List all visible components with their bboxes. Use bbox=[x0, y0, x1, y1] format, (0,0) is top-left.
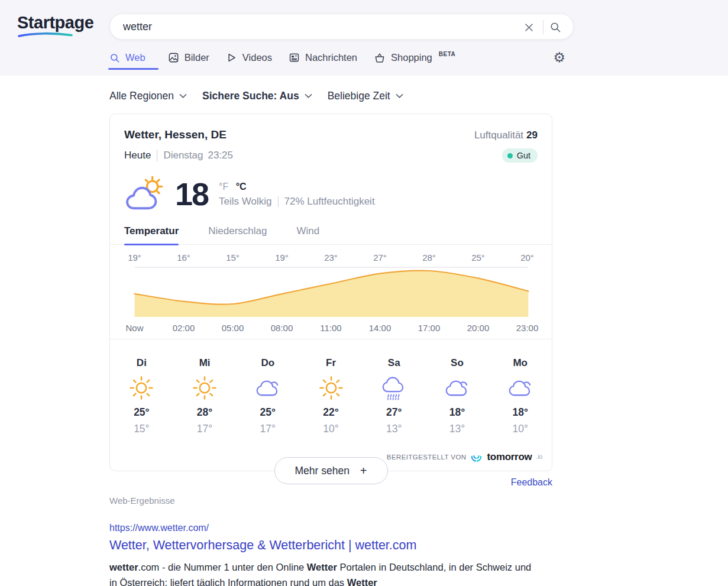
search-result: https://www.wetter.com/ Wetter, Wettervo… bbox=[109, 523, 552, 586]
day-high-temp: 27° bbox=[386, 406, 402, 419]
shopping-beta-badge: BETA bbox=[439, 51, 455, 57]
basket-icon bbox=[374, 52, 386, 64]
header: Startpage Web bbox=[0, 0, 728, 76]
result-title-link[interactable]: Wetter, Wettervorhersage & Wetterbericht… bbox=[109, 538, 552, 553]
unit-celsius-toggle[interactable]: °C bbox=[236, 182, 247, 192]
chart-temp-label: 16° bbox=[159, 252, 208, 263]
air-quality: Luftqualität29 bbox=[474, 129, 538, 141]
tab-temperatur[interactable]: Temperatur bbox=[124, 225, 179, 237]
search-divider bbox=[543, 20, 543, 34]
tab-web[interactable]: Web bbox=[109, 52, 145, 63]
hourly-temp-chart: 19° 16° 15° 19° 23° 27° 28° 25° 20° Now … bbox=[110, 245, 552, 339]
result-description-part: Wetter bbox=[347, 577, 377, 586]
sun-icon bbox=[192, 375, 218, 401]
logo-swoosh-icon bbox=[17, 32, 76, 38]
air-quality-label: Luftqualität bbox=[474, 129, 523, 141]
more-button[interactable]: Mehr sehen + bbox=[274, 457, 387, 484]
startpage-logo[interactable]: Startpage bbox=[17, 13, 93, 38]
tab-shopping[interactable]: Shopping BETA bbox=[374, 52, 455, 64]
chevron-down-icon bbox=[179, 93, 187, 99]
today-label: Heute bbox=[124, 150, 157, 161]
result-description-part: wetter bbox=[109, 562, 138, 572]
chart-temp-label: 15° bbox=[208, 252, 257, 263]
weather-widget: Wetter, Hessen, DE Luftqualität29 Heute … bbox=[109, 114, 552, 471]
tab-bilder[interactable]: Bilder bbox=[168, 52, 209, 63]
current-temperature: 18 bbox=[175, 176, 208, 212]
result-url-link[interactable]: https://www.wetter.com/ bbox=[109, 523, 209, 533]
day-low-temp: 17° bbox=[197, 423, 212, 435]
search-submit-button[interactable] bbox=[545, 14, 566, 40]
tab-videos[interactable]: Videos bbox=[226, 52, 272, 63]
day-name: Fr bbox=[326, 357, 336, 369]
chevron-down-icon bbox=[396, 93, 403, 99]
weather-view-tabs: Temperatur Niederschlag Wind bbox=[110, 212, 552, 245]
settings-gear-icon[interactable]: ⚙ bbox=[553, 51, 565, 64]
clear-search-button[interactable] bbox=[519, 14, 539, 40]
more-button-label: Mehr sehen bbox=[295, 465, 349, 477]
result-description-part: Wetter bbox=[307, 562, 337, 572]
day-name: Di bbox=[137, 357, 147, 369]
chart-time-label: 14:00 bbox=[355, 323, 405, 333]
chart-time-label: 08:00 bbox=[257, 323, 306, 333]
search-bar bbox=[109, 14, 574, 40]
tab-bilder-label: Bilder bbox=[185, 52, 209, 63]
provider-name-label[interactable]: tomorrow bbox=[487, 451, 532, 463]
feedback-link[interactable]: Feedback bbox=[511, 477, 552, 487]
rain-icon bbox=[381, 375, 406, 401]
cloud-icon bbox=[445, 377, 470, 399]
forecast-day: Mo 18° 10° bbox=[488, 357, 552, 435]
cloud-icon bbox=[508, 377, 533, 399]
forecast-day: So 18° 13° bbox=[426, 357, 489, 435]
startpage-logo-text: Startpage bbox=[17, 13, 93, 33]
day-high-temp: 25° bbox=[134, 406, 149, 419]
chart-time-labels: Now 02:00 05:00 08:00 11:00 14:00 17:00 … bbox=[110, 323, 552, 333]
chart-temp-label: 23° bbox=[306, 252, 355, 263]
chart-time-label: Now bbox=[110, 323, 159, 333]
chart-time-label: 11:00 bbox=[306, 323, 355, 333]
day-high-temp: 22° bbox=[323, 406, 338, 419]
provider-prefix-label: BEREITGESTELLT VON bbox=[387, 454, 467, 461]
news-icon bbox=[289, 52, 300, 63]
unit-fahrenheit-toggle[interactable]: °F bbox=[219, 182, 228, 192]
search-icon bbox=[109, 53, 120, 63]
chart-temp-label: 20° bbox=[503, 252, 552, 263]
day-low-temp: 10° bbox=[323, 423, 338, 435]
chart-temp-labels: 19° 16° 15° 19° 23° 27° 28° 25° 20° bbox=[110, 252, 552, 263]
image-icon bbox=[168, 52, 179, 63]
temperature-area-chart bbox=[110, 266, 553, 320]
time-filter-label: Beliebige Zeit bbox=[328, 90, 390, 102]
air-quality-status-label: Gut bbox=[517, 151, 530, 160]
result-description: wetter.com - die Nummer 1 unter den Onli… bbox=[109, 559, 535, 586]
tomorrow-io-logo-icon[interactable] bbox=[470, 451, 483, 463]
day-high-temp: 18° bbox=[512, 406, 528, 419]
tab-nachrichten[interactable]: Nachrichten bbox=[289, 52, 357, 63]
tab-videos-label: Videos bbox=[242, 52, 272, 63]
search-input[interactable] bbox=[110, 14, 573, 39]
chart-time-label: 23:00 bbox=[503, 323, 552, 333]
safe-search-dropdown[interactable]: Sichere Suche: Aus bbox=[202, 90, 312, 102]
chart-temp-label: 27° bbox=[355, 252, 405, 263]
chart-temp-label: 19° bbox=[110, 252, 159, 263]
chart-temp-label: 19° bbox=[257, 252, 306, 263]
status-dot-icon bbox=[507, 153, 513, 158]
day-name: Sa bbox=[388, 357, 400, 369]
day-name: Mo bbox=[513, 357, 528, 369]
region-filter-dropdown[interactable]: Alle Regionen bbox=[109, 90, 187, 102]
play-icon bbox=[226, 52, 237, 63]
day-low-temp: 10° bbox=[512, 423, 528, 435]
time-filter-dropdown[interactable]: Beliebige Zeit bbox=[328, 90, 403, 102]
magnifier-icon bbox=[549, 21, 561, 33]
day-low-temp: 13° bbox=[449, 423, 465, 435]
safe-search-label: Sichere Suche: Aus bbox=[202, 90, 299, 102]
forecast-day: Do 25° 17° bbox=[236, 357, 299, 435]
tab-wind[interactable]: Wind bbox=[297, 225, 320, 237]
plus-icon: + bbox=[360, 464, 367, 478]
partly-cloudy-icon bbox=[124, 176, 169, 212]
tab-niederschlag[interactable]: Niederschlag bbox=[208, 225, 267, 237]
condition-label: Teils Wolkig bbox=[219, 196, 271, 208]
search-tabs: Web Bilder Videos Nachrichten bbox=[109, 51, 574, 64]
sun-icon bbox=[318, 375, 344, 401]
chart-time-label: 05:00 bbox=[208, 323, 257, 333]
weather-date-row: Heute Dienstag 23:25 bbox=[124, 150, 233, 161]
cloud-icon bbox=[255, 377, 280, 399]
